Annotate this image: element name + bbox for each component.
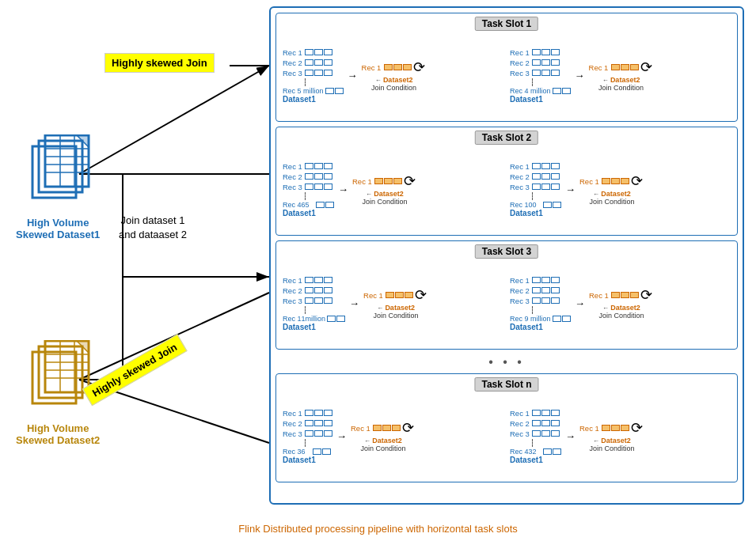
rec-entry: Rec 1 (283, 47, 344, 58)
slot-n-right: Rec 1 Rec 2 Rec 3 Rec 432 Dataset1 → Rec… (510, 408, 731, 464)
slot-3-left: Rec 1 Rec 2 Rec 3 Rec 11million Dataset1… (283, 275, 503, 331)
slot-2-inner: Rec 1 Rec 2 Rec 3 Rec 465 Dataset1 → Rec… (283, 146, 731, 218)
slot-1-right-records: Rec 1 Rec 2 Rec 3 Rec (510, 47, 571, 104)
slot-2-right: Rec 1 Rec 2 Rec 3 Rec 100 Dataset1 → Rec… (510, 161, 731, 218)
task-slot-1: Task Slot 1 Rec 1 Rec 2 Rec (275, 13, 738, 122)
dataset1-icon: High Volume Skewed Dataset1 (16, 134, 100, 240)
slot-3-right: Rec 1 Rec 2 Rec 3 Rec 9 million Dataset1… (510, 275, 731, 331)
dataset1-svg (25, 134, 92, 214)
task-slot-n-label: Task Slot n (474, 377, 538, 392)
dashed-between-slots: • • • (275, 354, 738, 370)
task-slot-3-label: Task Slot 3 (475, 244, 538, 259)
slot-n-inner: Rec 1 Rec 2 Rec 3 Rec 36 Dataset1 → Rec … (283, 392, 731, 464)
task-slot-n: Task Slot n Rec 1 Rec 2 Rec 3 Rec 36 Dat… (275, 373, 738, 482)
slot-1-left: Rec 1 Rec 2 Rec 3 Rec (283, 47, 503, 104)
svg-line-0 (79, 66, 269, 174)
main-container: High Volume Skewed Dataset1 High Volume … (0, 0, 756, 541)
task-slot-1-label: Task Slot 1 (475, 17, 538, 31)
slot-2-left: Rec 1 Rec 2 Rec 3 Rec 465 Dataset1 → Rec… (283, 161, 503, 218)
slot-1-right: Rec 1 Rec 2 Rec 3 Rec (510, 47, 731, 104)
bottom-text: Flink Distributed processing pipeline wi… (0, 523, 756, 535)
task-slot-3: Task Slot 3 Rec 1 Rec 2 Rec 3 Rec 11mill… (275, 240, 738, 350)
slot-3-inner: Rec 1 Rec 2 Rec 3 Rec 11million Dataset1… (283, 259, 731, 331)
dataset1-label: High Volume Skewed Dataset1 (16, 217, 100, 240)
slot-n-left: Rec 1 Rec 2 Rec 3 Rec 36 Dataset1 → Rec … (283, 408, 503, 464)
dataset2-svg (25, 340, 92, 419)
rec-entry: Rec 3 (283, 68, 344, 78)
slot-1-inner: Rec 1 Rec 2 Rec 3 Rec (283, 32, 731, 104)
task-slot-2-label: Task Slot 2 (475, 131, 538, 145)
skewed-join-label-1: Highly skewed Join (104, 53, 215, 73)
rec-entry: Rec 2 (283, 58, 344, 68)
join-text: Join dataset 1 and dataaset 2 (119, 214, 187, 242)
task-slot-2: Task Slot 2 Rec 1 Rec 2 Rec 3 Rec 465 Da… (275, 127, 738, 236)
right-panel: Task Slot 1 Rec 1 Rec 2 Rec (269, 6, 744, 505)
dataset2-label: High Volume Skewed Dataset2 (16, 422, 100, 446)
slot-1-left-records: Rec 1 Rec 2 Rec 3 Rec (283, 47, 344, 104)
